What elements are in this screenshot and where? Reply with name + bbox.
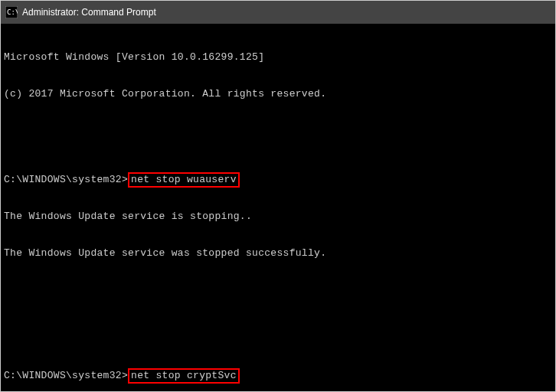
window-title: Administrator: Command Prompt	[22, 7, 156, 18]
version-line: Microsoft Windows [Version 10.0.16299.12…	[4, 51, 264, 63]
output-0-1: The Windows Update service was stopped s…	[4, 247, 326, 259]
svg-text:C:\: C:\	[7, 8, 18, 16]
output-0-0: The Windows Update service is stopping..	[4, 211, 252, 222]
cmd-icon: C:\	[5, 6, 18, 18]
terminal-area[interactable]: Microsoft Windows [Version 10.0.16299.12…	[1, 24, 555, 391]
command-0: net stop wuauserv	[128, 172, 240, 188]
command-1: net stop cryptSvc	[128, 368, 240, 384]
prompt: C:\WINDOWS\system32>	[4, 174, 128, 185]
titlebar[interactable]: C:\ Administrator: Command Prompt	[1, 1, 555, 24]
prompt: C:\WINDOWS\system32>	[4, 370, 128, 381]
copyright-line: (c) 2017 Microsoft Corporation. All righ…	[4, 88, 326, 100]
